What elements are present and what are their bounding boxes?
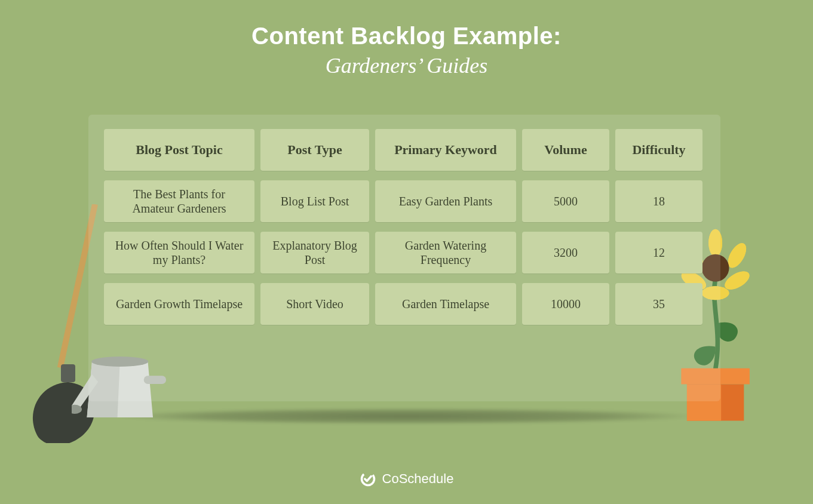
col-header-topic: Blog Post Topic <box>104 129 254 171</box>
table-cell-keyword: Garden Timelapse <box>375 283 516 325</box>
table-cell-topic: The Best Plants for Amateur Gardeners <box>104 180 254 222</box>
page-subtitle: Gardeners’ Guides <box>0 53 813 78</box>
table-cell-keyword: Easy Garden Plants <box>375 180 516 222</box>
table-cell-difficulty: 35 <box>615 283 702 325</box>
col-header-volume: Volume <box>522 129 609 171</box>
table-cell-post-type: Explanatory Blog Post <box>260 232 369 273</box>
brand-name: CoSchedule <box>382 471 454 487</box>
col-header-keyword: Primary Keyword <box>375 129 516 171</box>
table-cell-volume: 5000 <box>522 180 609 222</box>
table-cell-topic: How Often Should I Water my Plants? <box>104 232 254 273</box>
table-cell-post-type: Short Video <box>260 283 369 325</box>
col-header-post-type: Post Type <box>260 129 369 171</box>
title-block: Content Backlog Example: Gardeners’ Guid… <box>0 0 813 78</box>
content-backlog-table: Blog Post Topic Post Type Primary Keywor… <box>104 129 705 325</box>
page-title: Content Backlog Example: <box>0 23 813 50</box>
table-cell-volume: 3200 <box>522 232 609 273</box>
brand-footer: CoSchedule <box>0 471 813 487</box>
table-cell-difficulty: 12 <box>615 232 702 273</box>
table-cell-post-type: Blog List Post <box>260 180 369 222</box>
table-cell-volume: 10000 <box>522 283 609 325</box>
coschedule-logo-icon <box>360 471 376 487</box>
table-cell-difficulty: 18 <box>615 180 702 222</box>
table-cell-topic: Garden Growth Timelapse <box>104 283 254 325</box>
col-header-difficulty: Difficulty <box>615 129 702 171</box>
table-panel: Blog Post Topic Post Type Primary Keywor… <box>88 115 720 401</box>
table-cell-keyword: Garden Watering Frequency <box>375 232 516 273</box>
